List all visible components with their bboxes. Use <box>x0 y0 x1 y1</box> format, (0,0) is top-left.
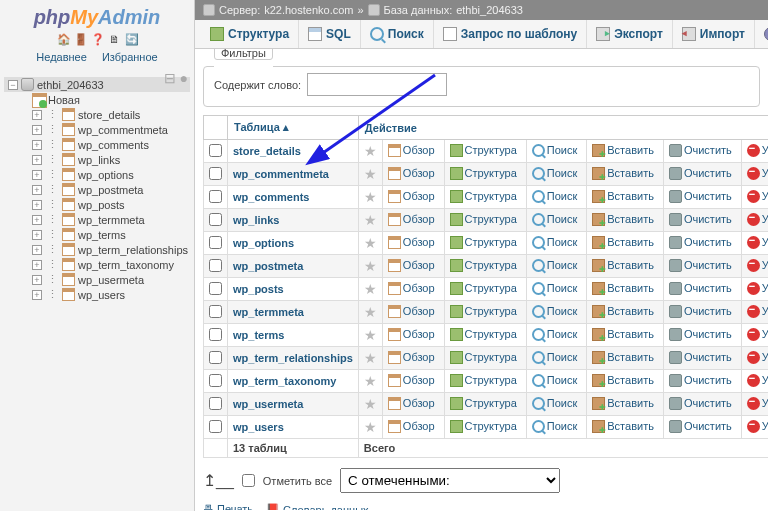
browse-link[interactable]: Обзор <box>388 144 435 157</box>
star-icon[interactable]: ★ <box>364 396 377 412</box>
insert-link[interactable]: Вставить <box>592 351 654 364</box>
bc-db-value[interactable]: ethbi_204633 <box>456 4 523 16</box>
tab-query[interactable]: Запрос по шаблону <box>434 20 587 48</box>
table-name-link[interactable]: wp_term_taxonomy <box>233 375 336 387</box>
star-icon[interactable]: ★ <box>364 189 377 205</box>
row-checkbox[interactable] <box>209 190 222 203</box>
row-checkbox[interactable] <box>209 305 222 318</box>
expand-toggle-icon[interactable]: + <box>32 275 42 285</box>
insert-link[interactable]: Вставить <box>592 213 654 226</box>
insert-link[interactable]: Вставить <box>592 282 654 295</box>
search-link[interactable]: Поиск <box>532 328 577 341</box>
empty-link[interactable]: Очистить <box>669 213 732 226</box>
table-name-link[interactable]: wp_commentmeta <box>233 168 329 180</box>
table-name-link[interactable]: wp_postmeta <box>233 260 303 272</box>
star-icon[interactable]: ★ <box>364 235 377 251</box>
row-checkbox[interactable] <box>209 397 222 410</box>
browse-link[interactable]: Обзор <box>388 328 435 341</box>
empty-link[interactable]: Очистить <box>669 305 732 318</box>
search-link[interactable]: Поиск <box>532 167 577 180</box>
star-icon[interactable]: ★ <box>364 258 377 274</box>
browse-link[interactable]: Обзор <box>388 420 435 433</box>
structure-link[interactable]: Структура <box>450 374 517 387</box>
empty-link[interactable]: Очистить <box>669 144 732 157</box>
table-node[interactable]: +⋮wp_term_relationships <box>4 242 190 257</box>
empty-link[interactable]: Очистить <box>669 259 732 272</box>
table-name-link[interactable]: wp_terms <box>233 329 284 341</box>
table-name-link[interactable]: wp_comments <box>233 191 309 203</box>
structure-link[interactable]: Структура <box>450 236 517 249</box>
empty-link[interactable]: Очистить <box>669 328 732 341</box>
structure-link[interactable]: Структура <box>450 328 517 341</box>
expand-toggle-icon[interactable]: + <box>32 125 42 135</box>
collapse-icon[interactable]: ⊟ ● <box>164 70 188 86</box>
insert-link[interactable]: Вставить <box>592 144 654 157</box>
drop-link[interactable]: Удалить <box>747 305 768 318</box>
logout-icon[interactable]: 🚪 <box>74 33 86 45</box>
insert-link[interactable]: Вставить <box>592 190 654 203</box>
recent-link[interactable]: Недавнее <box>36 51 87 63</box>
browse-link[interactable]: Обзор <box>388 190 435 203</box>
empty-link[interactable]: Очистить <box>669 167 732 180</box>
table-node[interactable]: +⋮store_details <box>4 107 190 122</box>
search-link[interactable]: Поиск <box>532 144 577 157</box>
insert-link[interactable]: Вставить <box>592 236 654 249</box>
drop-link[interactable]: Удалить <box>747 259 768 272</box>
drop-link[interactable]: Удалить <box>747 213 768 226</box>
table-name-link[interactable]: store_details <box>233 145 301 157</box>
structure-link[interactable]: Структура <box>450 351 517 364</box>
insert-link[interactable]: Вставить <box>592 259 654 272</box>
row-checkbox[interactable] <box>209 282 222 295</box>
tab-search[interactable]: Поиск <box>361 20 434 48</box>
search-link[interactable]: Поиск <box>532 374 577 387</box>
expand-toggle-icon[interactable]: + <box>32 110 42 120</box>
structure-link[interactable]: Структура <box>450 397 517 410</box>
drop-link[interactable]: Удалить <box>747 167 768 180</box>
expand-toggle-icon[interactable]: + <box>32 290 42 300</box>
drop-link[interactable]: Удалить <box>747 328 768 341</box>
row-checkbox[interactable] <box>209 236 222 249</box>
expand-toggle-icon[interactable]: + <box>32 170 42 180</box>
star-icon[interactable]: ★ <box>364 166 377 182</box>
empty-link[interactable]: Очистить <box>669 374 732 387</box>
insert-link[interactable]: Вставить <box>592 167 654 180</box>
browse-link[interactable]: Обзор <box>388 305 435 318</box>
star-icon[interactable]: ★ <box>364 143 377 159</box>
collapse-toggle-icon[interactable]: − <box>8 80 18 90</box>
star-icon[interactable]: ★ <box>364 212 377 228</box>
star-icon[interactable]: ★ <box>364 350 377 366</box>
table-name-link[interactable]: wp_posts <box>233 283 284 295</box>
tab-sql[interactable]: SQL <box>299 20 361 48</box>
structure-link[interactable]: Структура <box>450 305 517 318</box>
table-node[interactable]: +⋮wp_options <box>4 167 190 182</box>
search-link[interactable]: Поиск <box>532 282 577 295</box>
row-checkbox[interactable] <box>209 420 222 433</box>
search-link[interactable]: Поиск <box>532 190 577 203</box>
drop-link[interactable]: Удалить <box>747 397 768 410</box>
new-table-node[interactable]: Новая <box>4 92 190 107</box>
table-node[interactable]: +⋮wp_users <box>4 287 190 302</box>
search-link[interactable]: Поиск <box>532 351 577 364</box>
expand-toggle-icon[interactable]: + <box>32 155 42 165</box>
insert-link[interactable]: Вставить <box>592 305 654 318</box>
browse-link[interactable]: Обзор <box>388 167 435 180</box>
table-name-link[interactable]: wp_options <box>233 237 294 249</box>
table-node[interactable]: +⋮wp_links <box>4 152 190 167</box>
insert-link[interactable]: Вставить <box>592 328 654 341</box>
search-link[interactable]: Поиск <box>532 213 577 226</box>
structure-link[interactable]: Структура <box>450 167 517 180</box>
drop-link[interactable]: Удалить <box>747 190 768 203</box>
table-node[interactable]: +⋮wp_term_taxonomy <box>4 257 190 272</box>
table-name-link[interactable]: wp_usermeta <box>233 398 303 410</box>
structure-link[interactable]: Структура <box>450 420 517 433</box>
search-link[interactable]: Поиск <box>532 420 577 433</box>
star-icon[interactable]: ★ <box>364 281 377 297</box>
table-node[interactable]: +⋮wp_comments <box>4 137 190 152</box>
home-icon[interactable]: 🏠 <box>57 33 69 45</box>
star-icon[interactable]: ★ <box>364 419 377 435</box>
browse-link[interactable]: Обзор <box>388 374 435 387</box>
tab-export[interactable]: Экспорт <box>587 20 673 48</box>
star-icon[interactable]: ★ <box>364 373 377 389</box>
table-node[interactable]: +⋮wp_termmeta <box>4 212 190 227</box>
browse-link[interactable]: Обзор <box>388 213 435 226</box>
